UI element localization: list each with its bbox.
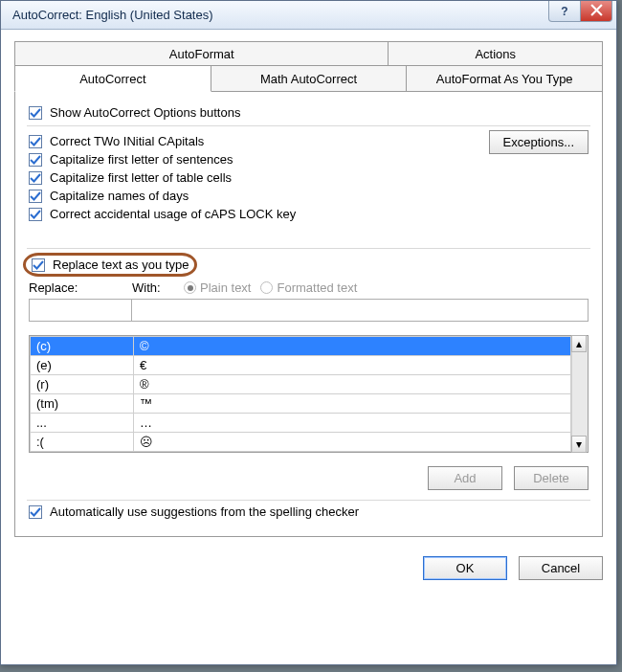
table-cell-to: … <box>134 414 571 433</box>
help-button[interactable]: ? <box>548 1 581 22</box>
table-cell-from: (e) <box>31 356 134 375</box>
scroll-down-icon[interactable]: ▾ <box>571 436 587 453</box>
tab-row-lower: AutoCorrect Math AutoCorrect AutoFormat … <box>14 66 603 92</box>
table-cell-to: ™ <box>134 394 571 414</box>
autocorrect-dialog: AutoCorrect: English (United States) ? A… <box>0 0 617 665</box>
checkbox-caps-lock[interactable]: Correct accidental usage of cAPS LOCK ke… <box>29 207 489 221</box>
with-input[interactable] <box>132 299 589 322</box>
checkbox-label: Replace text as you type <box>53 258 189 272</box>
tab-actions[interactable]: Actions <box>389 41 603 66</box>
checkbox-two-initial-capitals[interactable]: Correct TWo INitial CApitals <box>29 134 489 148</box>
checkbox-replace-text-as-you-type[interactable]: Replace text as you type <box>32 258 189 272</box>
table-row[interactable]: ... … <box>31 414 571 433</box>
tab-row-upper: AutoFormat Actions <box>14 41 603 66</box>
checkbox-label: Automatically use suggestions from the s… <box>50 504 359 519</box>
checkbox-icon <box>29 153 42 167</box>
tab-content: Show AutoCorrect Options buttons Correct… <box>14 92 603 537</box>
divider <box>27 248 590 249</box>
checkbox-icon <box>29 135 42 148</box>
close-button[interactable] <box>580 1 612 22</box>
autocorrect-table[interactable]: (c) © (e) € (r) ® (tm) ™ <box>30 336 571 452</box>
tab-autoformat-as-you-type[interactable]: AutoFormat As You Type <box>407 66 603 92</box>
add-button[interactable]: Add <box>428 466 502 490</box>
replace-input[interactable] <box>29 299 132 322</box>
table-row[interactable]: (e) € <box>31 356 571 375</box>
tab-autoformat[interactable]: AutoFormat <box>14 41 389 66</box>
add-delete-row: Add Delete <box>29 466 589 490</box>
tab-autocorrect[interactable]: AutoCorrect <box>14 66 211 92</box>
radio-formatted-text-label: Formatted text <box>277 280 357 295</box>
radio-plain-text-label: Plain text <box>200 280 251 295</box>
radio-formatted-text[interactable] <box>260 281 273 294</box>
close-icon <box>590 4 603 19</box>
checkbox-icon <box>29 190 42 203</box>
checkbox-names-of-days[interactable]: Capitalize names of days <box>29 189 489 203</box>
checkbox-auto-spelling-suggestions[interactable]: Automatically use suggestions from the s… <box>29 504 589 519</box>
divider <box>27 125 590 126</box>
checkbox-icon <box>29 106 42 120</box>
checkbox-label: Correct TWo INitial CApitals <box>50 134 204 148</box>
titlebar: AutoCorrect: English (United States) ? <box>1 1 616 30</box>
delete-button[interactable]: Delete <box>514 466 589 490</box>
radio-plain-text[interactable] <box>184 281 196 294</box>
window-title: AutoCorrect: English (United States) <box>12 8 213 22</box>
with-label: With: <box>132 280 174 295</box>
checkbox-label: Capitalize first letter of table cells <box>50 170 232 185</box>
tab-math-autocorrect[interactable]: Math AutoCorrect <box>211 66 408 92</box>
dialog-footer: OK Cancel <box>1 545 616 594</box>
table-cell-to: ☹ <box>134 433 571 452</box>
table-row[interactable]: :( ☹ <box>31 433 571 452</box>
table-cell-to: ® <box>134 375 571 394</box>
checkbox-label: Show AutoCorrect Options buttons <box>50 105 240 120</box>
checkbox-show-autocorrect-options[interactable]: Show AutoCorrect Options buttons <box>29 105 589 120</box>
table-row[interactable]: (tm) ™ <box>31 394 571 414</box>
checkbox-icon <box>29 171 42 185</box>
exceptions-button[interactable]: Exceptions... <box>489 130 589 154</box>
table-cell-to: € <box>134 356 571 375</box>
highlight-annotation: Replace text as you type <box>23 253 197 277</box>
replace-with-header: Replace: With: Plain text Formatted text <box>29 280 589 295</box>
checkbox-icon <box>29 208 42 221</box>
table-cell-from: (c) <box>31 337 134 356</box>
dialog-body: AutoFormat Actions AutoCorrect Math Auto… <box>1 30 616 545</box>
table-cell-from: :( <box>31 433 134 452</box>
checkbox-label: Capitalize first letter of sentences <box>50 152 233 167</box>
table-cell-from: (r) <box>31 375 134 394</box>
autocorrect-table-wrap: (c) © (e) € (r) ® (tm) ™ <box>29 335 589 453</box>
replace-input-row <box>29 299 589 322</box>
window-controls: ? <box>549 1 612 22</box>
replace-label: Replace: <box>29 280 132 295</box>
scroll-up-icon[interactable]: ▴ <box>571 335 587 352</box>
table-cell-from: (tm) <box>31 394 134 414</box>
table-cell-to: © <box>134 337 571 356</box>
checkbox-icon <box>29 505 42 519</box>
capitalization-section: Correct TWo INitial CApitals Capitalize … <box>29 130 589 225</box>
checkbox-first-letter-table-cells[interactable]: Capitalize first letter of table cells <box>29 170 489 185</box>
table-row[interactable]: (r) ® <box>31 375 571 394</box>
table-row[interactable]: (c) © <box>31 337 571 356</box>
table-cell-from: ... <box>31 414 134 433</box>
divider <box>27 500 590 501</box>
checkbox-icon <box>32 258 45 272</box>
ok-button[interactable]: OK <box>423 556 507 580</box>
table-scrollbar[interactable]: ▴ ▾ <box>571 336 588 452</box>
checkbox-label: Capitalize names of days <box>50 189 189 203</box>
checkbox-first-letter-sentences[interactable]: Capitalize first letter of sentences <box>29 152 489 167</box>
cancel-button[interactable]: Cancel <box>519 556 603 580</box>
checkbox-label: Correct accidental usage of cAPS LOCK ke… <box>50 207 296 221</box>
